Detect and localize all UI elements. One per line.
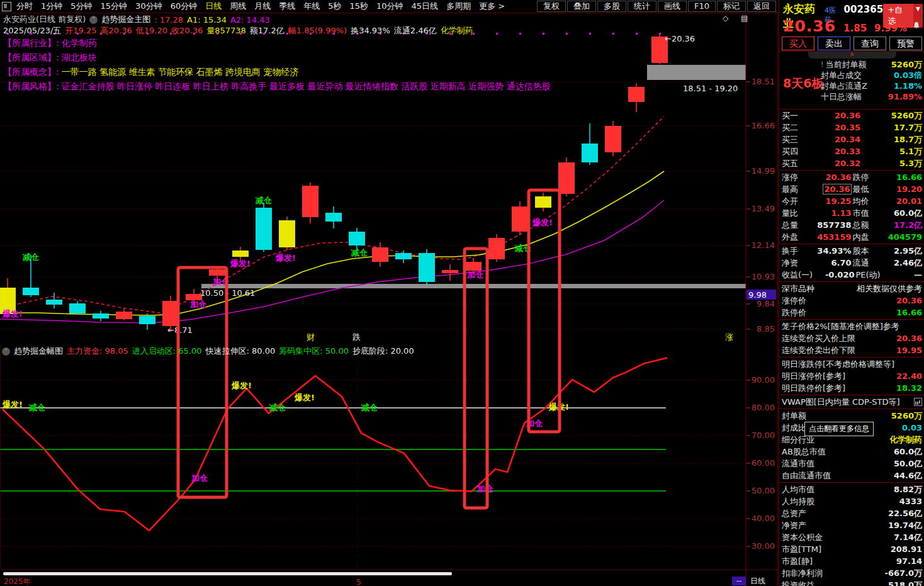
period-tab-6[interactable]: 日线 — [205, 1, 222, 12]
separator — [779, 357, 924, 358]
period-tab-5[interactable]: 60分钟 — [171, 1, 198, 12]
period-tab-15[interactable]: 多周期 — [446, 1, 471, 12]
period-tab-9[interactable]: 季线 — [279, 1, 295, 12]
stat-row-26[interactable]: 明日涨停价[参考]22.40 — [779, 370, 924, 382]
svg-text:财: 财 — [307, 332, 315, 342]
period-tab-12[interactable]: 15秒 — [349, 1, 368, 12]
bid-row-买五[interactable]: 买五20.325.3万 — [779, 157, 924, 169]
stat-row-43[interactable]: 市盈[TTM]208.91 — [779, 543, 924, 555]
period-tab-10[interactable]: 年线 — [303, 1, 320, 12]
stat-row-31[interactable]: 封单额5260万 — [779, 410, 924, 422]
stat-pair-row-15[interactable]: 收益(一)-0.020PE(动)— — [779, 269, 924, 281]
stat-row-35[interactable]: 流通市值50.0亿 — [779, 458, 924, 470]
info-line-3: 【所属风格】:证金汇金持股 昨日涨停 昨日连板 昨日上榜 昨高换手 最近多板 最… — [3, 81, 551, 93]
period-tab-3[interactable]: 15分钟 — [101, 1, 128, 12]
stat-pair-row-6[interactable]: 涨停20.36跌停16.66 — [779, 171, 924, 183]
stat-row-22[interactable]: 连续竞价买入价上限20.36 — [779, 332, 924, 344]
pane-window-icons[interactable]: ◇ ▤ — [723, 14, 753, 23]
collapse-handle[interactable]: ∧ — [808, 52, 896, 59]
quote-detail-rows: 买一20.365260万买二20.3517.7万买三20.3418.7万买四20… — [779, 110, 924, 586]
sell-button[interactable]: 卖出 — [818, 37, 850, 50]
stat-pair-row-10[interactable]: 总量857738总额17.2亿 — [779, 219, 924, 231]
warning-icon: ! — [821, 59, 823, 70]
stat-pair-row-14[interactable]: 净资6.70流通2.46亿 — [779, 257, 924, 269]
trade-buttons-row: 买入卖出查询预警 — [779, 35, 924, 52]
stat-row-29[interactable]: VWAP图[日内均量 CDP-STD等] — [779, 396, 924, 408]
stat-row-38[interactable]: 人均市值8.82万 — [779, 483, 924, 495]
limit-up-info-card: ∧ 8天6板 !当前封单额5260万封单占成交0.03倍封单占流通Z1.18%十… — [779, 52, 924, 110]
tool-button-2[interactable]: 多股 — [597, 1, 626, 12]
card-row-2: 封单占流通Z1.18% — [821, 81, 922, 91]
svg-text:←8.71: ←8.71 — [167, 325, 193, 335]
tool-button-7[interactable]: 返回 — [747, 1, 776, 12]
mini-chart-icon[interactable] — [914, 398, 922, 406]
stat-pair-row-8[interactable]: 今开19.25均价20.01 — [779, 195, 924, 207]
period-tab-14[interactable]: 45日线 — [412, 1, 439, 12]
bid-row-买四[interactable]: 买四20.335.1万 — [779, 145, 924, 157]
stat-row-34[interactable]: AB股总市值60.0亿 — [779, 446, 924, 458]
h-scrollbar[interactable] — [3, 572, 452, 575]
alert-button[interactable]: 预警 — [889, 37, 922, 50]
separator — [779, 281, 924, 282]
stat-row-46[interactable]: 投资收益518.0万 — [779, 579, 924, 586]
stat-row-36[interactable]: 自由流通市值44.6亿 — [779, 470, 924, 482]
period-tab-7[interactable]: 周线 — [230, 1, 246, 12]
svg-text:涨: 涨 — [725, 332, 733, 342]
stock-code: 002365 — [844, 4, 884, 15]
bid-row-买一[interactable]: 买一20.365260万 — [779, 110, 924, 121]
buy-signal-boxes — [178, 190, 560, 508]
tool-button-6[interactable]: 标记 — [717, 1, 746, 12]
gridlines — [0, 82, 746, 570]
tool-button-5[interactable]: F10 — [688, 1, 716, 12]
stat-pair-row-13[interactable]: 换手34.93%股本2.95亿 — [779, 245, 924, 257]
stat-row-39[interactable]: 人均持股4333 — [779, 495, 924, 507]
info-line-2: 【所属概念】:一带一路 氢能源 维生素 节能环保 石墨烯 跨境电商 宠物经济 — [3, 67, 298, 78]
stat-row-41[interactable]: 净资产19.74亿 — [779, 519, 924, 531]
period-tab-8[interactable]: 月线 — [254, 1, 271, 12]
separator — [779, 244, 924, 244]
stat-pair-row-11[interactable]: 外盘453159内盘404579 — [779, 231, 924, 243]
period-tab-1[interactable]: 1分钟 — [41, 1, 62, 12]
bottom-period-tab[interactable]: 日线 — [750, 576, 765, 586]
quote-panel: 永安药业 4医药 002365 +自选 ▼ 20.36 1.85 9.99% 买… — [779, 0, 924, 586]
bid-row-买二[interactable]: 买二20.3517.7万 — [779, 121, 924, 133]
stat-row-44[interactable]: 市盈[静]97.14 — [779, 555, 924, 567]
stat-row-19[interactable]: 跌停价16.66 — [779, 307, 924, 318]
svg-text:加仓: 加仓 — [476, 484, 493, 493]
buy-button[interactable]: 买入 — [782, 37, 814, 50]
stat-row-25[interactable]: 明日涨跌停[不考虑价格调整等] — [779, 358, 924, 370]
stat-row-42[interactable]: 资本公积金7.14亿 — [779, 531, 924, 543]
stat-row-27[interactable]: 明日跌停价[参考]18.32 — [779, 382, 924, 394]
price-change: 1.85 — [843, 23, 867, 34]
card-row-0: !当前封单额5260万 — [821, 59, 922, 70]
period-tab-4[interactable]: 30分钟 — [135, 1, 162, 12]
period-tab-16[interactable]: 更多 > — [479, 1, 505, 12]
stat-row-23[interactable]: 连续竞价卖出价下限19.95 — [779, 344, 924, 356]
period-tab-0[interactable]: 分时 — [16, 1, 33, 12]
stat-row-45[interactable]: 扣非净利润-667.0万 — [779, 567, 924, 579]
svg-text:爆发!: 爆发! — [532, 218, 553, 227]
period-tab-2[interactable]: 5分钟 — [70, 1, 92, 12]
svg-text:跌: 跌 — [352, 332, 361, 342]
window-grid-icon[interactable] — [2, 2, 11, 11]
stat-pair-row-7[interactable]: 最高20.36最低19.20 — [779, 183, 924, 195]
board-streak: 8天6板 — [783, 76, 823, 92]
tool-button-1[interactable]: 叠加 — [567, 1, 596, 12]
last-price: 20.36 — [783, 17, 836, 35]
bottom-dash-tab[interactable]: -- — [732, 577, 746, 585]
tool-button-0[interactable]: 复权 — [537, 1, 566, 12]
tool-button-3[interactable]: 统计 — [628, 1, 656, 12]
svg-text:爆发!: 爆发! — [275, 253, 296, 262]
period-tab-13[interactable]: 10分钟 — [376, 1, 403, 12]
bid-row-买三[interactable]: 买三20.3418.7万 — [779, 133, 924, 145]
tool-button-4[interactable]: 画线 — [658, 1, 687, 12]
alert-bell-icon[interactable] — [912, 21, 921, 31]
query-button[interactable]: 查询 — [854, 37, 886, 50]
stat-row-21[interactable]: 笼子价格2%[随基准价调整]参考 — [779, 320, 924, 332]
period-tab-11[interactable]: 5秒 — [328, 1, 341, 12]
stat-row-40[interactable]: 总资产22.56亿 — [779, 507, 924, 519]
svg-text:爆发!: 爆发! — [294, 393, 315, 402]
price-row: 20.36 1.85 9.99% — [779, 16, 924, 35]
stat-row-18[interactable]: 涨停价20.36 — [779, 295, 924, 307]
stat-pair-row-9[interactable]: 量比1.13市值60.0亿 — [779, 207, 924, 219]
